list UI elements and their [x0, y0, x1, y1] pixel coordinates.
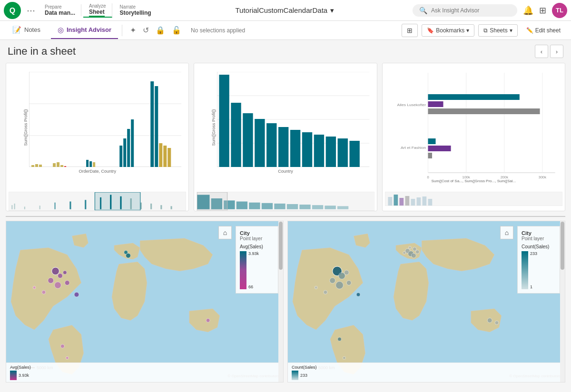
svg-rect-63	[231, 103, 241, 167]
prepare-sub: Data man...	[45, 10, 75, 16]
apps-grid-icon[interactable]: ⊞	[539, 5, 546, 16]
svg-rect-121	[399, 198, 404, 206]
svg-rect-39	[39, 206, 40, 209]
svg-rect-71	[326, 137, 336, 167]
svg-rect-93	[275, 204, 286, 209]
unlock-icon[interactable]: 🔓	[170, 24, 183, 37]
map2-home-btn[interactable]: ⌂	[500, 226, 513, 239]
chart1-minimap[interactable]	[9, 192, 186, 211]
svg-rect-70	[314, 135, 324, 167]
insight-advisor-tab[interactable]: ◎ Insight Advisor	[51, 22, 118, 39]
map2-bottom-legend: Count(Sales) 233	[288, 363, 565, 382]
svg-point-149	[336, 282, 344, 289]
svg-rect-119	[388, 197, 392, 206]
svg-point-141	[206, 319, 210, 323]
sheets-dropdown-icon: ▾	[510, 27, 512, 34]
next-page-btn[interactable]: ›	[550, 45, 563, 58]
map1-gradient	[240, 251, 246, 289]
edit-sheet-btn[interactable]: ✏️ Edit sheet	[522, 25, 565, 36]
svg-rect-51	[95, 192, 140, 210]
toolbar-divider	[122, 25, 122, 36]
prepare-label: Prepare	[45, 4, 75, 10]
svg-rect-12	[35, 164, 38, 167]
svg-rect-14	[53, 163, 56, 167]
svg-point-131	[63, 271, 67, 274]
svg-point-160	[409, 246, 412, 249]
map1-scrollbar[interactable]	[278, 221, 283, 382]
analyze-label: Analyze	[89, 3, 106, 9]
svg-rect-94	[287, 204, 298, 209]
bookmarks-btn[interactable]: 🔖 Bookmarks ▾	[422, 24, 474, 37]
prev-page-btn[interactable]: ‹	[535, 45, 548, 58]
svg-rect-116	[428, 146, 451, 151]
lock-icon[interactable]: 🔒	[154, 24, 167, 37]
magic-icon[interactable]: ✦	[128, 24, 138, 37]
svg-rect-15	[57, 162, 59, 167]
search-box[interactable]: 🔍	[413, 4, 517, 17]
svg-rect-99	[197, 192, 227, 210]
notes-tab[interactable]: 📝 Notes	[6, 22, 47, 39]
svg-rect-18	[86, 160, 89, 167]
app-logo[interactable]: Q	[4, 2, 21, 19]
app-title[interactable]: TutorialCustomCalendarData ▾	[159, 6, 411, 15]
narrate-label: Narrate	[120, 4, 151, 10]
chart-card-1: Sum([Gross Profit]) 12k 6k	[6, 63, 189, 211]
prepare-nav[interactable]: Prepare Data man...	[39, 4, 81, 16]
svg-point-163	[338, 337, 342, 341]
svg-rect-48	[150, 204, 152, 209]
analyze-sub: Sheet	[89, 9, 106, 17]
map1-legend: City Point layer Avg(Sales)	[236, 226, 278, 294]
nav-icons: 🔔 ⊞ TL	[523, 3, 567, 18]
svg-point-136	[74, 292, 79, 297]
svg-rect-17	[64, 166, 66, 167]
svg-rect-37	[14, 204, 15, 209]
notes-icon: 📝	[12, 26, 21, 34]
svg-text:Alles Lusekofter: Alles Lusekofter	[397, 103, 426, 107]
insight-icon: ◎	[58, 26, 64, 34]
chart2-minimap[interactable]	[197, 192, 374, 211]
svg-rect-68	[290, 130, 300, 167]
top-nav: Q ⋯ Prepare Data man... Analyze Sheet Na…	[0, 0, 571, 21]
map-card-1: City Point layer Avg(Sales)	[6, 221, 284, 382]
svg-point-151	[324, 290, 327, 294]
chart1-y-label: Sum([Gross Profit])	[23, 109, 28, 146]
svg-rect-142	[240, 251, 246, 289]
svg-rect-20	[93, 162, 95, 167]
map2-scrollbar[interactable]	[560, 221, 565, 382]
map2-legend-sub: Point layer	[522, 236, 556, 241]
svg-rect-49	[160, 205, 162, 209]
narrate-sub: Storytelling	[120, 10, 151, 16]
map2-gradient	[522, 251, 528, 289]
svg-rect-96	[312, 205, 323, 209]
svg-point-159	[415, 250, 419, 254]
svg-rect-122	[405, 196, 409, 206]
svg-point-161	[487, 318, 492, 323]
svg-rect-72	[338, 138, 348, 167]
map2-legend: City Point layer Count(Sales)	[517, 226, 560, 294]
chart3-svg: 0 100k 200k 300k Alles Lusekofter Art et…	[387, 68, 560, 182]
avatar[interactable]: TL	[552, 3, 567, 18]
search-input[interactable]	[431, 7, 507, 14]
map1-legend-sub: Point layer	[240, 236, 274, 241]
svg-rect-95	[300, 205, 311, 209]
svg-rect-26	[155, 86, 158, 167]
analyze-nav[interactable]: Analyze Sheet	[83, 3, 112, 18]
svg-point-152	[315, 286, 317, 289]
bell-icon[interactable]: 🔔	[523, 5, 533, 16]
narrate-nav[interactable]: Narrate Storytelling	[114, 4, 157, 16]
chart3-minimap[interactable]	[385, 192, 562, 206]
grid-view-btn[interactable]: ⊞	[402, 24, 418, 37]
map1-home-btn[interactable]: ⌂	[218, 226, 232, 239]
sheets-btn[interactable]: ⧉ Sheets ▾	[478, 24, 517, 37]
refresh-icon[interactable]: ↺	[141, 24, 151, 37]
page-title: Line in a sheet	[8, 45, 76, 58]
svg-point-147	[330, 278, 335, 284]
charts-row-1: Sum([Gross Profit]) 12k 6k	[6, 63, 565, 211]
qlik-logo-icon: Q	[4, 2, 21, 19]
svg-rect-13	[39, 165, 42, 167]
chart-card-3: 0 100k 200k 300k Alles Lusekofter Art et…	[382, 63, 565, 211]
chart1-minimap-svg	[9, 192, 186, 210]
map2-legend-title: City	[522, 230, 556, 236]
more-options-icon[interactable]: ⋯	[25, 3, 37, 18]
svg-rect-22	[123, 138, 126, 167]
